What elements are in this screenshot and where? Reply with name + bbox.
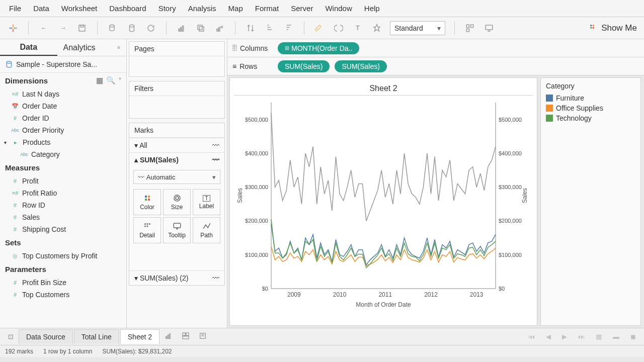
new-worksheet-button[interactable]	[176, 22, 188, 34]
fit-dropdown[interactable]: Standard	[390, 21, 445, 35]
chart-canvas[interactable]: $0$0$100,000$100,000$200,000$200,000$300…	[234, 98, 533, 309]
duplicate-button[interactable]	[195, 22, 207, 34]
field-category[interactable]: AbcCategory	[0, 148, 126, 160]
pill-sum-sales-2[interactable]: SUM(Sales)	[335, 60, 386, 72]
prev-sheet-icon[interactable]: ◀	[542, 331, 555, 342]
cards-button[interactable]	[464, 22, 476, 34]
mark-size[interactable]: Size	[163, 189, 191, 215]
pause-updates-button[interactable]	[126, 22, 138, 34]
field-shipping-cost[interactable]: #Shipping Cost	[0, 223, 126, 235]
menu-window[interactable]: Window	[320, 2, 357, 15]
columns-icon: ⦙⦙⦙	[232, 44, 237, 52]
menu-dashboard[interactable]: Dashboard	[104, 2, 151, 15]
svg-text:Month of Order Date: Month of Order Date	[356, 301, 411, 308]
svg-text:$400,000: $400,000	[499, 150, 522, 156]
pill-month-orderdate[interactable]: ⊞MONTH(Order Da..	[278, 42, 359, 54]
swap-button[interactable]	[245, 22, 257, 34]
menu-data[interactable]: Data	[28, 2, 54, 15]
field-profit[interactable]: #Profit	[0, 175, 126, 187]
field-profit-ratio[interactable]: =#Profit Ratio	[0, 187, 126, 199]
new-dashboard-icon[interactable]	[178, 330, 194, 343]
tab-data[interactable]: Data	[0, 39, 57, 56]
field-products[interactable]: ▾▸Products	[0, 136, 126, 148]
status-bar: 192 marks 1 row by 1 column SUM(Sales): …	[0, 345, 644, 357]
field-top-customers[interactable]: #Top Customers	[0, 289, 126, 301]
group-button[interactable]	[333, 22, 345, 34]
search-icon[interactable]: 🔍	[106, 76, 116, 85]
menu-help[interactable]: Help	[359, 2, 385, 15]
field-order-id[interactable]: #Order ID	[0, 112, 126, 124]
legend-item-technology[interactable]: Technology	[546, 113, 635, 123]
svg-rect-4	[79, 25, 85, 31]
refresh-button[interactable]	[145, 22, 157, 34]
field-sales[interactable]: #Sales	[0, 211, 126, 223]
mark-path[interactable]: Path	[193, 217, 220, 243]
first-sheet-icon[interactable]: ⏮	[524, 331, 539, 342]
menu-server[interactable]: Server	[286, 2, 318, 15]
menu-analysis[interactable]: Analysis	[183, 2, 221, 15]
tab-total-line[interactable]: Total Line	[74, 329, 119, 344]
svg-point-27	[147, 199, 150, 201]
svg-rect-60	[168, 335, 169, 339]
legend-title: Category	[546, 82, 635, 90]
mark-detail[interactable]: Detail	[133, 217, 161, 243]
tab-sheet-2[interactable]: Sheet 2	[120, 329, 159, 344]
chart[interactable]: Sheet 2 $0$0$100,000$100,000$200,000$200…	[229, 77, 537, 326]
field-row-id[interactable]: #Row ID	[0, 199, 126, 211]
line-icon: 〰	[212, 274, 219, 282]
showme-button[interactable]: Show Me	[589, 23, 637, 33]
new-worksheet-icon[interactable]	[160, 330, 177, 343]
marks-all[interactable]: ▾ All〰	[129, 138, 224, 152]
menu-map[interactable]: Map	[223, 2, 248, 15]
svg-rect-17	[466, 29, 469, 31]
datasource-tab-icon[interactable]: ⊡	[4, 331, 18, 342]
filters-card[interactable]: Filters	[129, 81, 225, 119]
pill-sum-sales-1[interactable]: SUM(Sales)	[278, 60, 330, 72]
mark-tooltip[interactable]: Tooltip	[163, 217, 191, 243]
back-button[interactable]: ←	[38, 22, 50, 34]
tabs-icon[interactable]: ◼	[626, 331, 640, 342]
svg-point-34	[146, 226, 148, 227]
filmstrip-icon[interactable]: ▬	[609, 331, 623, 342]
field-top-customers-by-profit[interactable]: ◎Top Customers by Profit	[0, 250, 126, 262]
next-sheet-icon[interactable]: ▶	[558, 331, 571, 342]
status-marks: 192 marks	[5, 348, 33, 355]
view-icon[interactable]: ▦	[96, 76, 103, 85]
last-sheet-icon[interactable]: ⏭	[574, 331, 589, 342]
highlight-button[interactable]	[313, 22, 326, 34]
forward-button[interactable]: →	[57, 22, 69, 34]
mark-label[interactable]: TLabel	[193, 189, 220, 215]
menu-worksheet[interactable]: Worksheet	[56, 2, 102, 15]
sheet-sorter-icon[interactable]: ▦	[592, 331, 606, 342]
marks-sum1[interactable]: ▴ SUM(Sales)〰	[129, 152, 224, 167]
legend-item-furniture[interactable]: Furniture	[546, 93, 635, 103]
mark-type-dropdown[interactable]: 〰 Automatic	[133, 170, 220, 184]
new-datasource-button[interactable]	[107, 22, 119, 34]
mark-color[interactable]: Color	[133, 189, 161, 215]
field-last-n-days[interactable]: =#Last N days	[0, 88, 126, 100]
field-order-date[interactable]: 📅Order Date	[0, 100, 126, 112]
columns-shelf[interactable]: ⦙⦙⦙Columns ⊞MONTH(Order Da..	[227, 39, 644, 57]
legend-item-office-supplies[interactable]: Office Supplies	[546, 103, 635, 113]
field-order-priority[interactable]: AbcOrder Priority	[0, 124, 126, 136]
field-profit-bin-size[interactable]: #Profit Bin Size	[0, 277, 126, 289]
presentation-button[interactable]	[483, 22, 495, 34]
svg-text:2009: 2009	[287, 291, 301, 298]
tab-analytics[interactable]: Analytics≡	[57, 39, 127, 56]
pages-card[interactable]: Pages	[129, 41, 225, 77]
menu-file[interactable]: File	[4, 2, 26, 15]
menu-format[interactable]: Format	[250, 2, 284, 15]
tab-data-source[interactable]: Data Source	[19, 329, 73, 344]
sort-desc-button[interactable]	[283, 22, 295, 34]
new-story-icon[interactable]	[195, 330, 211, 343]
logo-icon[interactable]	[7, 22, 19, 34]
text-button[interactable]: T	[352, 22, 364, 34]
pin-button[interactable]	[371, 22, 383, 34]
clear-button[interactable]	[214, 22, 226, 34]
rows-shelf[interactable]: ≡Rows SUM(Sales) SUM(Sales)	[227, 57, 644, 75]
save-button[interactable]	[76, 22, 88, 34]
marks-sum2[interactable]: ▾ SUM(Sales) (2)〰	[129, 270, 224, 285]
datasource-selector[interactable]: Sample - Superstore Sa...	[0, 56, 126, 73]
sort-asc-button[interactable]	[264, 22, 276, 34]
menu-story[interactable]: Story	[153, 2, 181, 15]
